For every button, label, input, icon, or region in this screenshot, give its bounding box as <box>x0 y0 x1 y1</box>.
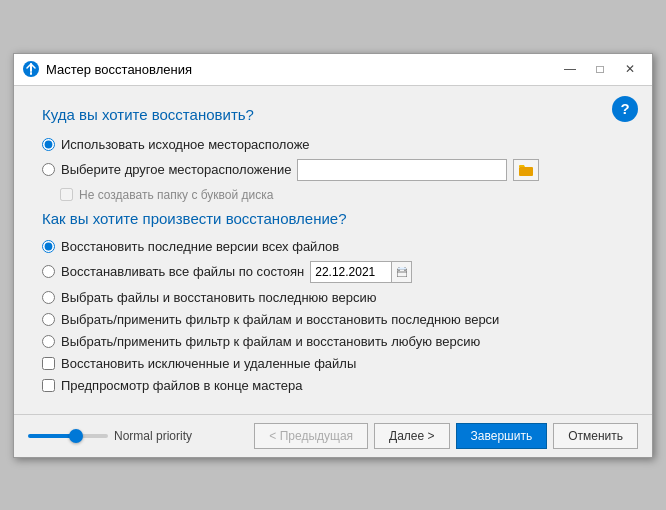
radio-by-date[interactable] <box>42 265 55 278</box>
close-button[interactable]: ✕ <box>616 59 644 79</box>
titlebar: Мастер восстановления — □ ✕ <box>14 54 652 86</box>
section1-title: Куда вы хотите восстановить? <box>42 106 624 123</box>
svg-rect-1 <box>519 167 533 176</box>
no-drive-letter-row: Не создавать папку с буквой диска <box>60 188 624 202</box>
footer-button-group: < Предыдущая Далее > Завершить Отменить <box>254 423 638 449</box>
window-controls: — □ ✕ <box>556 59 644 79</box>
restore-excluded-label[interactable]: Восстановить исключенные и удаленные фай… <box>61 356 356 371</box>
radio-row-original: Использовать исходное месторасположе <box>42 137 624 152</box>
preview-files-row: Предпросмотр файлов в конце мастера <box>42 378 624 393</box>
radio-filter-any-version-label[interactable]: Выбрать/применить фильтр к файлам и восс… <box>61 334 480 349</box>
prev-button[interactable]: < Предыдущая <box>254 423 368 449</box>
cancel-button[interactable]: Отменить <box>553 423 638 449</box>
no-drive-letter-label[interactable]: Не создавать папку с буквой диска <box>79 188 273 202</box>
minimize-button[interactable]: — <box>556 59 584 79</box>
svg-rect-6 <box>398 267 406 269</box>
browse-button[interactable] <box>513 159 539 181</box>
window-title: Мастер восстановления <box>46 62 556 77</box>
restore-excluded-row: Восстановить исключенные и удаленные фай… <box>42 356 624 371</box>
maximize-button[interactable]: □ <box>586 59 614 79</box>
folder-icon <box>519 164 533 176</box>
radio-row-by-date: Восстанавливать все файлы по состоян <box>42 261 624 283</box>
section2-title: Как вы хотите произвести восстановление? <box>42 210 624 227</box>
radio-row-other: Выберите другое месторасположение <box>42 159 624 181</box>
radio-filter-any-version[interactable] <box>42 335 55 348</box>
radio-latest-versions-label[interactable]: Восстановить последние версии всех файло… <box>61 239 339 254</box>
priority-area: Normal priority <box>28 429 246 443</box>
radio-other-location[interactable] <box>42 163 55 176</box>
date-picker <box>310 261 412 283</box>
radio-row-filter-any: Выбрать/применить фильтр к файлам и восс… <box>42 334 624 349</box>
radio-original-location[interactable] <box>42 138 55 151</box>
radio-select-last-version[interactable] <box>42 291 55 304</box>
main-window: Мастер восстановления — □ ✕ ? Куда вы хо… <box>13 53 653 458</box>
location-radio-group: Использовать исходное месторасположе Выб… <box>42 137 624 181</box>
radio-other-location-label[interactable]: Выберите другое месторасположение <box>61 162 291 177</box>
priority-slider-track <box>28 434 108 438</box>
preview-files-label[interactable]: Предпросмотр файлов в конце мастера <box>61 378 303 393</box>
priority-label: Normal priority <box>114 429 192 443</box>
radio-filter-last-version[interactable] <box>42 313 55 326</box>
calendar-button[interactable] <box>392 261 412 283</box>
no-drive-letter-checkbox[interactable] <box>60 188 73 201</box>
restore-type-radio-group: Восстановить последние версии всех файло… <box>42 239 624 349</box>
radio-row-filter-last: Выбрать/применить фильтр к файлам и восс… <box>42 312 624 327</box>
footer: Normal priority < Предыдущая Далее > Зав… <box>14 414 652 457</box>
date-input[interactable] <box>310 261 392 283</box>
radio-select-last-version-label[interactable]: Выбрать файлы и восстановить последнюю в… <box>61 290 376 305</box>
app-icon <box>22 60 40 78</box>
calendar-icon <box>397 267 407 277</box>
location-path-input[interactable] <box>297 159 507 181</box>
finish-button[interactable]: Завершить <box>456 423 548 449</box>
radio-row-latest: Восстановить последние версии всех файло… <box>42 239 624 254</box>
radio-row-select-last: Выбрать файлы и восстановить последнюю в… <box>42 290 624 305</box>
restore-excluded-checkbox[interactable] <box>42 357 55 370</box>
radio-latest-versions[interactable] <box>42 240 55 253</box>
radio-filter-last-version-label[interactable]: Выбрать/применить фильтр к файлам и восс… <box>61 312 499 327</box>
help-button[interactable]: ? <box>612 96 638 122</box>
radio-original-location-label[interactable]: Использовать исходное месторасположе <box>61 137 310 152</box>
preview-files-checkbox[interactable] <box>42 379 55 392</box>
priority-slider-thumb <box>69 429 83 443</box>
next-button[interactable]: Далее > <box>374 423 450 449</box>
radio-by-date-label[interactable]: Восстанавливать все файлы по состоян <box>61 264 304 279</box>
content-area: ? Куда вы хотите восстановить? Использов… <box>14 86 652 414</box>
